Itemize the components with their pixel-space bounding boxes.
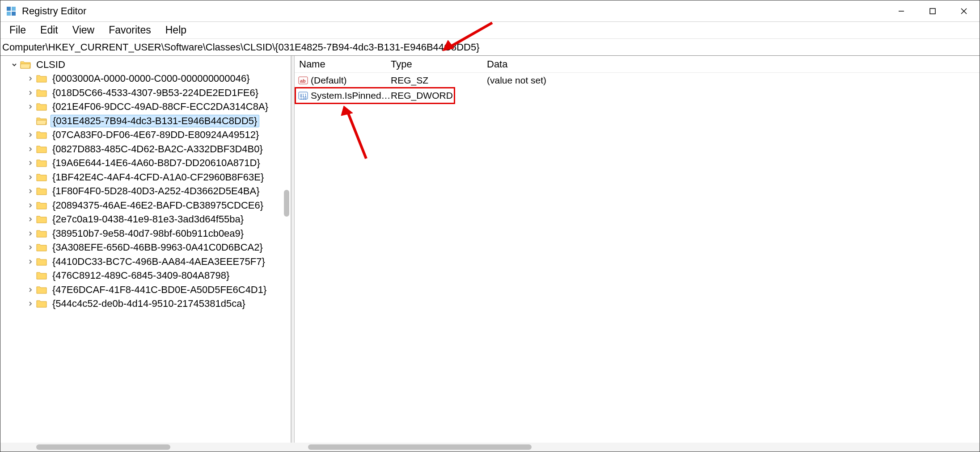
- chevron-right-icon[interactable]: [26, 131, 34, 139]
- folder-icon: [36, 271, 47, 280]
- chevron-right-icon[interactable]: [26, 145, 34, 153]
- menu-help[interactable]: Help: [158, 22, 194, 38]
- tree-item-label: {476C8912-489C-6845-3409-804A8798}: [51, 270, 231, 281]
- folder-icon: [36, 187, 47, 196]
- chevron-down-icon[interactable]: [10, 61, 18, 69]
- svg-line-13: [347, 111, 366, 159]
- value-data: (value not set): [487, 75, 980, 86]
- titlebar: Registry Editor: [0, 0, 980, 22]
- close-button[interactable]: [948, 0, 980, 22]
- minimize-button[interactable]: [886, 0, 917, 22]
- menu-view[interactable]: View: [65, 22, 101, 38]
- folder-icon: [20, 60, 31, 69]
- tree-item-label: {4410DC33-BC7C-496B-AA84-4AEA3EEE75F7}: [51, 256, 267, 268]
- folder-icon: [36, 257, 47, 266]
- tree-item-label: {0003000A-0000-0000-C000-000000000046}: [51, 73, 252, 84]
- svg-marker-14: [341, 106, 353, 116]
- svg-rect-5: [930, 8, 935, 14]
- tree-item[interactable]: {1F80F4F0-5D28-40D3-A252-4D3662D5E4BA}: [0, 184, 291, 199]
- chevron-right-icon[interactable]: [26, 159, 34, 167]
- tree-item[interactable]: {476C8912-489C-6845-3409-804A8798}: [0, 269, 291, 283]
- value-row[interactable]: ab (Default) REG_SZ (value not set): [295, 73, 980, 88]
- tree-item[interactable]: {19A6E644-14E6-4A60-B8D7-DD20610A871D}: [0, 156, 291, 171]
- tree-item[interactable]: {021E4F06-9DCC-49AD-88CF-ECC2DA314C8A}: [0, 100, 291, 114]
- folder-icon: [36, 102, 47, 111]
- folder-icon: [36, 299, 47, 308]
- col-type[interactable]: Type: [391, 59, 487, 70]
- tree-item[interactable]: {07CA83F0-DF06-4E67-89DD-E80924A49512}: [0, 128, 291, 142]
- window-title: Registry Editor: [22, 5, 86, 17]
- folder-icon: [36, 285, 47, 294]
- tree-item[interactable]: {0827D883-485C-4D62-BA2C-A332DBF3D4B0}: [0, 142, 291, 156]
- folder-icon: [36, 130, 47, 139]
- tree-item-label: {021E4F06-9DCC-49AD-88CF-ECC2DA314C8A}: [51, 101, 270, 113]
- folder-icon: [36, 88, 47, 97]
- menu-favorites[interactable]: Favorites: [101, 22, 158, 38]
- tree-item-label: {0827D883-485C-4D62-BA2C-A332DBF3D4B0}: [51, 143, 265, 155]
- tree-item-label: {031E4825-7B94-4dc3-B131-E946B44C8DD5}: [51, 115, 259, 127]
- value-type: REG_SZ: [391, 75, 487, 86]
- chevron-right-icon[interactable]: [26, 286, 34, 294]
- svg-rect-0: [7, 7, 11, 11]
- tree-item[interactable]: {2e7c0a19-0438-41e9-81e3-3ad3d64f55ba}: [0, 213, 291, 227]
- binary-icon: 011 110: [298, 91, 308, 100]
- chevron-right-icon[interactable]: [26, 187, 34, 195]
- tree-item-label: {018D5C66-4533-4307-9B53-224DE2ED1FE6}: [51, 87, 260, 99]
- splitter[interactable]: [291, 56, 295, 443]
- chevron-right-icon[interactable]: [26, 300, 34, 308]
- tree-item-label: {07CA83F0-DF06-4E67-89DD-E80924A49512}: [51, 129, 261, 141]
- folder-icon: [36, 243, 47, 252]
- app-icon: [5, 5, 17, 17]
- svg-text:ab: ab: [300, 78, 306, 84]
- value-row[interactable]: 011 110 System.IsPinnedT… REG_DWORD: [295, 88, 980, 103]
- chevron-right-icon[interactable]: [26, 103, 34, 111]
- tree-item-label: {1F80F4F0-5D28-40D3-A252-4D3662D5E4BA}: [51, 185, 262, 197]
- tree-pane: CLSID {0003000A-0000-0000-C000-000000000…: [0, 56, 291, 443]
- tree-root[interactable]: CLSID: [0, 58, 291, 72]
- chevron-right-icon[interactable]: [26, 75, 34, 83]
- expando-placeholder: [26, 272, 34, 280]
- menu-edit[interactable]: Edit: [33, 22, 65, 38]
- tree-item-label: {1BF42E4C-4AF4-4CFD-A1A0-CF2960B8F63E}: [51, 172, 266, 183]
- folder-icon: [36, 173, 47, 182]
- folder-icon: [36, 74, 47, 83]
- tree-item[interactable]: {0003000A-0000-0000-C000-000000000046}: [0, 72, 291, 86]
- folder-icon: [36, 229, 47, 238]
- chevron-right-icon[interactable]: [26, 89, 34, 97]
- menu-file[interactable]: File: [2, 22, 33, 38]
- values-pane: Name Type Data ab (Default) REG_SZ (valu…: [295, 56, 980, 443]
- chevron-right-icon[interactable]: [26, 258, 34, 266]
- tree-item[interactable]: {389510b7-9e58-40d7-98bf-60b911cb0ea9}: [0, 226, 291, 241]
- tree-item-label: {20894375-46AE-46E2-BAFD-CB38975CDCE6}: [51, 200, 265, 211]
- folder-icon: [36, 215, 47, 224]
- svg-rect-1: [12, 7, 16, 11]
- window-controls: [886, 0, 980, 22]
- tree-item[interactable]: {3A308EFE-656D-46BB-9963-0A41C0D6BCA2}: [0, 241, 291, 255]
- tree-item[interactable]: {544c4c52-de0b-4d14-9510-21745381d5ca}: [0, 297, 291, 311]
- chevron-right-icon[interactable]: [26, 230, 34, 238]
- svg-text:110: 110: [300, 96, 307, 100]
- tree-item[interactable]: {1BF42E4C-4AF4-4CFD-A1A0-CF2960B8F63E}: [0, 170, 291, 184]
- tree-item[interactable]: {031E4825-7B94-4dc3-B131-E946B44C8DD5}: [0, 114, 291, 128]
- tree-item-label: {389510b7-9e58-40d7-98bf-60b911cb0ea9}: [51, 228, 245, 239]
- tree-scrollbar[interactable]: [283, 56, 291, 443]
- tree-item[interactable]: {018D5C66-4533-4307-9B53-224DE2ED1FE6}: [0, 86, 291, 100]
- bottom-scroll[interactable]: [0, 443, 980, 452]
- col-name[interactable]: Name: [295, 59, 391, 70]
- tree-item[interactable]: {47E6DCAF-41F8-441C-BD0E-A50D5FE6C4D1}: [0, 283, 291, 297]
- col-data[interactable]: Data: [487, 59, 980, 70]
- value-name: System.IsPinnedT…: [311, 90, 391, 101]
- chevron-right-icon[interactable]: [26, 201, 34, 209]
- value-type: REG_DWORD: [391, 90, 487, 101]
- folder-icon: [36, 145, 47, 154]
- address-input[interactable]: [2, 39, 980, 55]
- tree-item-label: {2e7c0a19-0438-41e9-81e3-3ad3d64f55ba}: [51, 213, 245, 225]
- tree-item-label: {544c4c52-de0b-4d14-9510-21745381d5ca}: [51, 298, 247, 310]
- maximize-button[interactable]: [917, 0, 948, 22]
- tree-item[interactable]: {20894375-46AE-46E2-BAFD-CB38975CDCE6}: [0, 198, 291, 213]
- folder-icon: [36, 159, 47, 167]
- chevron-right-icon[interactable]: [26, 243, 34, 251]
- tree-item[interactable]: {4410DC33-BC7C-496B-AA84-4AEA3EEE75F7}: [0, 255, 291, 269]
- chevron-right-icon[interactable]: [26, 215, 34, 223]
- chevron-right-icon[interactable]: [26, 173, 34, 181]
